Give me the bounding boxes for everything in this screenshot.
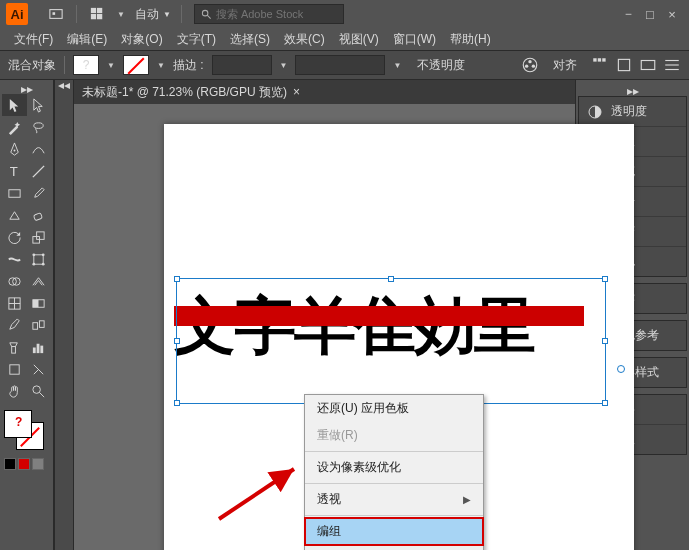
type-tool[interactable]: T [2, 160, 27, 182]
selection-handle[interactable] [174, 400, 180, 406]
svg-point-32 [42, 262, 45, 265]
artboard-tool[interactable] [2, 358, 27, 380]
panel-grip[interactable]: ▸▸ [578, 86, 687, 96]
svg-rect-40 [33, 322, 38, 329]
svg-rect-3 [97, 8, 102, 13]
menu-file[interactable]: 文件(F) [8, 29, 59, 50]
symbol-sprayer-tool[interactable] [2, 336, 27, 358]
swatch[interactable] [32, 458, 44, 470]
menu-effect[interactable]: 效果(C) [278, 29, 331, 50]
align-label[interactable]: 对齐 [545, 55, 585, 76]
rotate-tool[interactable] [2, 226, 27, 248]
transform-icon[interactable] [615, 56, 633, 74]
close-button[interactable]: × [661, 3, 683, 25]
toolbar-flyout-grip[interactable]: ▸▸ [2, 84, 51, 94]
column-graph-tool[interactable] [27, 336, 52, 358]
cm-clipping-mask[interactable]: 建立剪切蒙版 [305, 545, 483, 550]
opacity-label[interactable]: 不透明度 [409, 55, 473, 76]
search-input[interactable] [216, 8, 316, 20]
slice-tool[interactable] [27, 358, 52, 380]
menu-edit[interactable]: 编辑(E) [61, 29, 113, 50]
swatch[interactable] [4, 458, 16, 470]
chevron-down-icon[interactable]: ▼ [280, 61, 288, 70]
zoom-tool[interactable] [27, 380, 52, 402]
panel-transparency[interactable]: 透明度 [579, 97, 686, 127]
profile-input[interactable] [295, 55, 385, 75]
mesh-tool[interactable] [2, 292, 27, 314]
selection-handle[interactable] [174, 276, 180, 282]
stock-search[interactable] [194, 4, 344, 24]
svg-rect-15 [618, 59, 629, 70]
direct-selection-tool[interactable] [27, 94, 52, 116]
svg-rect-14 [602, 58, 605, 61]
selection-handle[interactable] [602, 276, 608, 282]
chevron-down-icon[interactable]: ▼ [163, 10, 171, 19]
cm-undo[interactable]: 还原(U) 应用色板 [305, 395, 483, 422]
cm-perspective[interactable]: 透视▶ [305, 486, 483, 513]
shape-builder-tool[interactable] [2, 270, 27, 292]
menu-object[interactable]: 对象(O) [115, 29, 168, 50]
menu-type[interactable]: 文字(T) [171, 29, 222, 50]
minimize-button[interactable]: － [617, 3, 639, 25]
svg-point-9 [528, 60, 531, 63]
pen-tool[interactable] [2, 138, 27, 160]
blend-tool[interactable] [27, 314, 52, 336]
document-tab[interactable]: 未标题-1* @ 71.23% (RGB/GPU 预览) × [82, 84, 300, 101]
color-well[interactable]: ? [2, 410, 52, 454]
menu-help[interactable]: 帮助(H) [444, 29, 497, 50]
magic-wand-tool[interactable] [2, 116, 27, 138]
free-transform-tool[interactable] [27, 248, 52, 270]
perspective-grid-tool[interactable] [27, 270, 52, 292]
rectangle-tool[interactable] [2, 182, 27, 204]
svg-point-20 [34, 122, 43, 128]
search-icon [201, 9, 212, 20]
hand-tool[interactable] [2, 380, 27, 402]
menu-view[interactable]: 视图(V) [333, 29, 385, 50]
scale-tool[interactable] [27, 226, 52, 248]
shaper-tool[interactable] [2, 204, 27, 226]
cm-redo: 重做(R) [305, 422, 483, 449]
cm-pixel-perfect[interactable]: 设为像素级优化 [305, 454, 483, 481]
eraser-tool[interactable] [27, 204, 52, 226]
chevron-down-icon[interactable]: ▼ [107, 61, 115, 70]
svg-rect-25 [34, 212, 43, 220]
arrange-docs-button[interactable] [83, 3, 111, 25]
chevron-down-icon[interactable]: ▼ [393, 61, 401, 70]
eyedropper-tool[interactable] [2, 314, 27, 336]
isolate-icon[interactable] [639, 56, 657, 74]
recolor-icon[interactable] [521, 56, 539, 74]
lasso-tool[interactable] [27, 116, 52, 138]
close-icon[interactable]: × [293, 85, 300, 99]
swatch[interactable] [18, 458, 30, 470]
collapse-grip[interactable]: ◂◂ [55, 80, 73, 90]
fill-swatch[interactable]: ? [73, 55, 99, 75]
chevron-down-icon[interactable]: ▼ [117, 10, 125, 19]
stroke-weight-input[interactable] [212, 55, 272, 75]
selection-handle[interactable] [388, 276, 394, 282]
selection-handle[interactable] [602, 400, 608, 406]
svg-rect-43 [33, 347, 36, 353]
svg-rect-42 [11, 346, 15, 353]
menu-select[interactable]: 选择(S) [224, 29, 276, 50]
bridge-button[interactable] [42, 3, 70, 25]
line-tool[interactable] [27, 160, 52, 182]
artwork-group[interactable]: 文字羊隹効里 [174, 284, 624, 368]
cm-group[interactable]: 编组 [305, 518, 483, 545]
selection-tool[interactable] [2, 94, 27, 116]
stroke-swatch[interactable] [123, 55, 149, 75]
gradient-tool[interactable] [27, 292, 52, 314]
selection-handle[interactable] [174, 338, 180, 344]
fill-color-well[interactable]: ? [4, 410, 32, 438]
menu-window[interactable]: 窗口(W) [387, 29, 442, 50]
curvature-tool[interactable] [27, 138, 52, 160]
svg-rect-45 [41, 345, 44, 353]
width-tool[interactable] [2, 248, 27, 270]
more-icon[interactable] [663, 56, 681, 74]
distribute-icon[interactable] [591, 56, 609, 74]
optionbar: 混合对象 ? ▼ ▼ 描边 : ▼ ▼ 不透明度 对齐 [0, 50, 689, 80]
paintbrush-tool[interactable] [27, 182, 52, 204]
selection-handle[interactable] [602, 338, 608, 344]
chevron-down-icon[interactable]: ▼ [157, 61, 165, 70]
selection-origin[interactable] [617, 365, 625, 373]
maximize-button[interactable]: □ [639, 3, 661, 25]
